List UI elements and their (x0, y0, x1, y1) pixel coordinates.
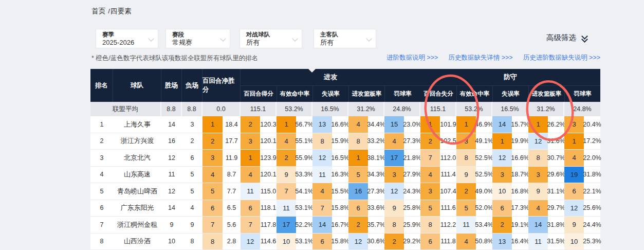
home-away-filter-dropdown[interactable]: 主客队 所有 (314, 29, 376, 48)
stat-rank-badge: 4 (564, 150, 584, 166)
header-def-pts-per-100[interactable]: 百回合失分 (420, 86, 456, 102)
stat-value: 16.7% (332, 217, 348, 233)
stat-value: 18.7% (512, 167, 528, 183)
chevron-down-icon (220, 35, 226, 41)
rank-cell: 5 (90, 183, 113, 200)
stat-value: 31.6% (548, 133, 564, 150)
history-missing-data-link[interactable]: 历史数据缺失详情 >>> (448, 53, 512, 62)
stat-value: 120.1 (260, 133, 277, 150)
rank-cell: 8 (90, 234, 113, 250)
losses-cell: 5 (182, 167, 203, 183)
stat-rank-badge: 8 (384, 217, 404, 233)
advanced-filter-button[interactable]: 高级筛选 (546, 33, 588, 43)
opponent-filter-dropdown[interactable]: 对战球队 所有 (240, 29, 302, 48)
header-off-ftr[interactable]: 罚球率 (384, 86, 420, 102)
header-def-ftr[interactable]: 罚球率 (564, 86, 600, 102)
stat-rank-badge: 13 (492, 234, 512, 250)
header-def-efg[interactable]: 有效命中率 (456, 86, 492, 102)
stat-value: 17.3% (512, 200, 528, 217)
header-rank[interactable]: 排名 (90, 69, 113, 102)
stat-rank-badge: 2 (277, 150, 296, 166)
stat-value: 31.1% (548, 183, 564, 200)
season-filter-dropdown[interactable]: 赛季 2025-2026 (96, 29, 158, 48)
stat-rank-badge: 10 (277, 234, 296, 250)
header-wins[interactable]: 胜场 (161, 69, 182, 102)
stat-rank-badge: 9 (384, 200, 404, 217)
team-name-cell: 广东东阳光 (113, 200, 161, 217)
stat-rank-badge: 4 (277, 133, 296, 150)
breadcrumb[interactable]: 首页 /四要素 (91, 7, 132, 16)
stat-value: 52.5% (476, 167, 492, 183)
header-off-pts-per-100[interactable]: 百回合得分 (241, 86, 277, 102)
header-def-tov[interactable]: 失误率 (492, 86, 528, 102)
header-losses[interactable]: 负场 (182, 69, 203, 102)
home-away-filter-value: 所有 (320, 38, 363, 47)
chevron-down-icon (366, 35, 372, 41)
stat-value: 29.2% (404, 234, 420, 250)
stat-value: 118.1 (260, 200, 277, 217)
stat-rank-badge: 1 (564, 133, 584, 150)
stat-value: 29.7% (548, 200, 564, 217)
stat-rank-badge: 9 (564, 217, 584, 233)
header-net-rating[interactable]: 百回合净胜分 (203, 69, 241, 102)
stat-value: 15.8% (332, 200, 348, 217)
avg-net-rating: 0.0 (203, 102, 241, 116)
stat-value: 25.3% (584, 234, 600, 250)
stat-rank-badge: 6 (492, 200, 512, 217)
rank-cell: 2 (90, 133, 113, 150)
chevron-down-icon (292, 35, 298, 41)
stat-rank-badge: 2 (492, 217, 512, 233)
season-filter-value: 2025-2026 (102, 38, 145, 47)
stat-rank-badge: 2 (456, 183, 476, 200)
stat-value: 22.1% (584, 183, 600, 200)
sort-indicator-icon (308, 69, 316, 73)
stat-value: 20.4% (584, 116, 600, 133)
header-off-tov[interactable]: 失误率 (312, 86, 348, 102)
team-name-cell: 浙江方兴渡 (113, 133, 161, 150)
avg-losses: 8.8 (182, 102, 203, 116)
stat-value: 114.6 (260, 234, 277, 250)
stage-filter-dropdown[interactable]: 赛段 常规赛 (165, 29, 230, 48)
stat-value: 24.3% (404, 183, 420, 200)
stat-value: 49.0% (476, 183, 492, 200)
avg-stat-value: 115.1 (420, 102, 456, 116)
rank-cell: 6 (90, 200, 113, 217)
stat-rank-badge: 9 (277, 167, 296, 183)
defense-group: 防守 百回合失分 有效命中率 失误率 进攻篮板率 罚球率 (420, 69, 600, 102)
stat-rank-badge: 4 (348, 116, 368, 133)
advanced-data-help-link[interactable]: 进阶数据说明 >>> (387, 53, 438, 62)
stat-value: 16.8% (512, 183, 528, 200)
stat-rank-badge: 12 (312, 150, 332, 166)
stat-rank-badge: 4 (528, 200, 548, 217)
stat-rank-badge: 1 (420, 116, 440, 133)
wins-cell: 12 (161, 150, 182, 166)
stat-value: 120.1 (260, 167, 277, 183)
stat-rank-badge: 14 (528, 217, 548, 233)
stat-value: 31.8% (584, 167, 600, 183)
stat-value: 25.9% (404, 217, 420, 233)
color-legend-note: * 橙色/蓝色数字代表球队该项数据全联盟所有球队里的排名 (91, 54, 258, 63)
stat-value: 25.6% (584, 200, 600, 217)
table-row: 4山东高速11548.74120.1953.3%1116.3%534.3%327… (90, 167, 600, 184)
stat-rank-badge: 7 (312, 200, 332, 217)
stat-value: 101.9 (440, 116, 456, 133)
header-def-oreb[interactable]: 进攻篮板率 (528, 86, 564, 102)
stat-rank-badge: 5 (456, 200, 476, 217)
stat-rank-badge: 17 (384, 150, 404, 166)
header-team[interactable]: 球队 (113, 69, 161, 102)
stat-rank-badge: 3 (456, 133, 476, 150)
stat-value: 34.4% (368, 116, 384, 133)
stat-value: 31.5% (548, 234, 564, 250)
stat-value: 17.2% (584, 133, 600, 150)
header-off-oreb[interactable]: 进攻篮板率 (348, 86, 384, 102)
stat-value: 21.8% (404, 150, 420, 166)
opponent-filter-label: 对战球队 (246, 31, 289, 38)
stat-value: 120.3 (260, 116, 277, 133)
header-off-efg[interactable]: 有效命中率 (277, 86, 312, 102)
stat-rank-badge: 2 (241, 116, 260, 133)
stat-rank-badge: 15 (384, 116, 404, 133)
stat-rank-badge: 14 (492, 116, 512, 133)
history-advanced-missing-link[interactable]: 历史进阶数据缺失说明 >>> (523, 53, 600, 62)
stat-value: 56.7% (296, 116, 312, 133)
stat-value: 50.8% (476, 234, 492, 250)
